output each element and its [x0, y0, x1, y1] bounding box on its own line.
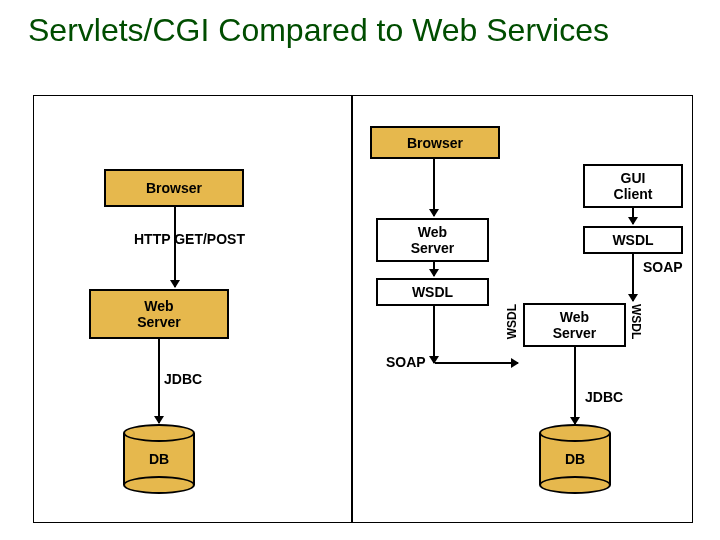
- arrow-gui-to-wsdl: [632, 208, 634, 224]
- left-webserver-box: Web Server: [89, 289, 229, 339]
- wsdl-right-vertical: WSDL: [629, 304, 643, 339]
- soap-top-right-label: SOAP: [643, 259, 683, 275]
- arrow-webserver-to-db: [158, 339, 160, 423]
- left-browser-label: Browser: [146, 180, 202, 196]
- right-db-cylinder: DB: [539, 424, 611, 494]
- wsdl-top-right-box: WSDL: [583, 226, 683, 254]
- gui-client-box: GUI Client: [583, 164, 683, 208]
- right-browser-box: Browser: [370, 126, 500, 159]
- slide-title: Servlets/CGI Compared to Web Services: [28, 12, 609, 49]
- right-webserver-top-box: Web Server: [376, 218, 489, 262]
- right-panel: Browser GUI Client Web Server WSDL SOAP …: [352, 95, 693, 523]
- right-db-label: DB: [539, 451, 611, 467]
- arrow-browser-to-webserver: [174, 207, 176, 287]
- right-webserver-mid-label: Web Server: [553, 309, 597, 341]
- arrow-wsdlbox-down: [433, 306, 435, 363]
- left-panel: Browser HTTP GET/POST Web Server JDBC DB: [33, 95, 352, 523]
- wsdl-left-vertical: WSDL: [505, 304, 519, 339]
- wsdl-box-label: WSDL: [412, 284, 453, 300]
- arrow-wsdl-to-wsmid-h: [435, 362, 518, 364]
- wsdl-top-right-label: WSDL: [612, 232, 653, 248]
- right-webserver-mid-box: Web Server: [523, 303, 626, 347]
- left-db-label: DB: [123, 451, 195, 467]
- arrow-wstop-to-wsdlbox: [433, 262, 435, 276]
- arrow-right-browser-to-ws: [433, 159, 435, 216]
- gui-client-label: GUI Client: [614, 170, 653, 202]
- right-browser-label: Browser: [407, 135, 463, 151]
- arrow-wsdl-to-wsmid: [632, 254, 634, 301]
- wsdl-box: WSDL: [376, 278, 489, 306]
- right-webserver-top-label: Web Server: [411, 224, 455, 256]
- left-jdbc-label: JDBC: [164, 371, 202, 387]
- left-http-label: HTTP GET/POST: [134, 231, 245, 247]
- right-jdbc-label: JDBC: [585, 389, 623, 405]
- left-browser-box: Browser: [104, 169, 244, 207]
- arrow-wsmid-to-db: [574, 347, 576, 424]
- soap-left-label: SOAP: [386, 354, 426, 370]
- left-db-cylinder: DB: [123, 424, 195, 494]
- left-webserver-label: Web Server: [137, 298, 181, 330]
